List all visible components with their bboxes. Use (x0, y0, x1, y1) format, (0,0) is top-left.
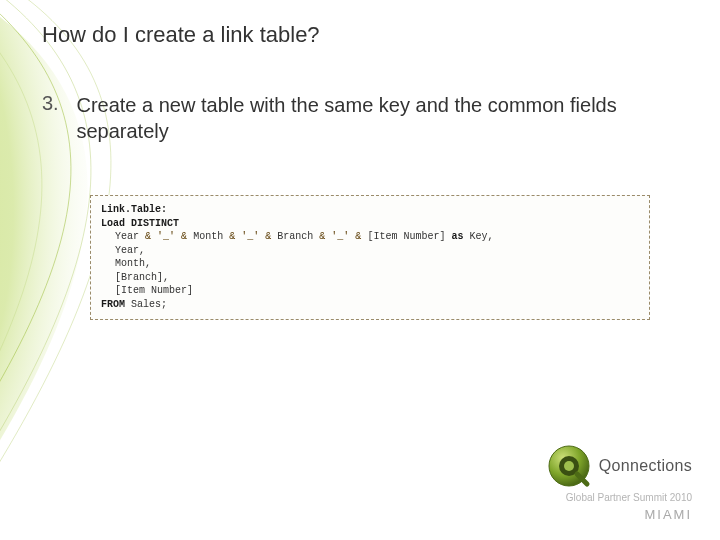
code-token: Month (193, 231, 223, 242)
code-token: & (181, 231, 187, 242)
footer: Qonnections Global Partner Summit 2010 M… (547, 444, 692, 522)
footer-city: MIAMI (547, 507, 692, 522)
slide-title: How do I create a link table? (42, 22, 320, 48)
code-token: & (229, 231, 235, 242)
code-line-1: Link.Table: (101, 204, 167, 215)
code-token: & (355, 231, 361, 242)
code-line-7: [Item Number] (101, 284, 639, 298)
code-token: Year (115, 231, 139, 242)
step-text: Create a new table with the same key and… (76, 92, 636, 144)
code-token: as (451, 231, 463, 242)
code-token: Branch (277, 231, 313, 242)
code-token: & (319, 231, 325, 242)
code-token: FROM (101, 299, 125, 310)
qlik-logo-icon (547, 444, 591, 488)
code-line-3: Year & '_' & Month & '_' & Branch & '_' … (101, 230, 639, 244)
code-token: & (265, 231, 271, 242)
code-token: Sales; (125, 299, 167, 310)
code-token: '_' (157, 231, 175, 242)
code-line-6: [Branch], (101, 271, 639, 285)
brand-name: Qonnections (599, 457, 692, 475)
svg-point-2 (564, 461, 574, 471)
code-token: '_' (241, 231, 259, 242)
step-block: 3. Create a new table with the same key … (42, 92, 680, 144)
code-line-2: Load DISTINCT (101, 218, 179, 229)
code-line-5: Month, (101, 257, 639, 271)
step-number: 3. (42, 92, 72, 115)
code-line-4: Year, (101, 244, 639, 258)
brand-row: Qonnections (547, 444, 692, 488)
code-line-8: FROM Sales; (101, 298, 639, 312)
code-token: [Item Number] (367, 231, 445, 242)
code-token: & (145, 231, 151, 242)
code-token: Key, (469, 231, 493, 242)
slide: How do I create a link table? 3. Create … (0, 0, 720, 540)
code-block: Link.Table: Load DISTINCT Year & '_' & M… (90, 195, 650, 320)
footer-subtitle: Global Partner Summit 2010 (547, 492, 692, 503)
code-token: '_' (331, 231, 349, 242)
